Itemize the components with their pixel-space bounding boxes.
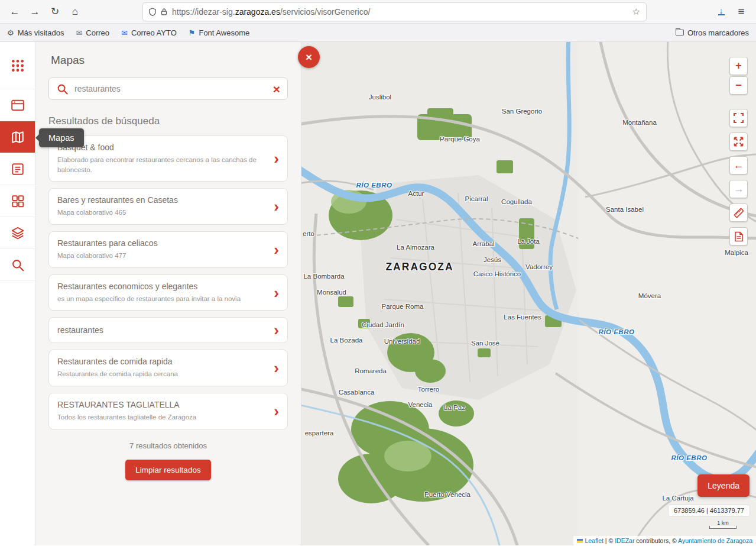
map-label: San José: [471, 340, 499, 347]
zoom-in-button[interactable]: +: [729, 57, 748, 75]
map-label: Torrero: [418, 386, 439, 393]
map-label: San Gregorio: [502, 108, 542, 115]
map-label: La Almozara: [397, 244, 434, 251]
envelope-icon: ✉: [76, 28, 82, 37]
leaflet-link[interactable]: Leaflet: [585, 537, 603, 544]
result-card[interactable]: Basquet & foodElaborado para encontrar r…: [48, 135, 288, 182]
panel-title: Mapas: [51, 54, 288, 67]
chevron-right-icon: ›: [274, 287, 279, 299]
bookmark-font-awesome[interactable]: ⚑Font Awesome: [189, 28, 249, 37]
map-label: La Bombarda: [303, 273, 344, 280]
zoom-out-button[interactable]: −: [729, 76, 748, 95]
menu-button[interactable]: ≡: [732, 3, 750, 21]
arrow-right-icon: →: [734, 183, 744, 195]
bookmark-otros-marcadores[interactable]: Otros marcadores: [676, 28, 749, 37]
result-card[interactable]: Bares y restaurantes en CasetasMapa cola…: [48, 188, 288, 225]
clear-search-icon[interactable]: ×: [273, 83, 280, 95]
squares-grid-icon: [11, 194, 25, 208]
rail-item-buscar[interactable]: [0, 249, 35, 281]
mapas-panel: Mapas × Resultados de búsqueda Basquet &…: [35, 42, 301, 545]
next-extent-button[interactable]: →: [729, 180, 748, 198]
url-bar[interactable]: https://idezar-sig.zaragoza.es/servicios…: [143, 3, 646, 21]
result-desc: Todos los restaurantes tagliatelle de Za…: [57, 412, 269, 422]
back-button[interactable]: ←: [6, 3, 24, 21]
rail-item-visor[interactable]: [0, 89, 35, 121]
map-label: Ciudad Jardín: [362, 321, 404, 328]
reload-button[interactable]: ↻: [46, 3, 64, 21]
export-button[interactable]: [729, 227, 748, 245]
result-title: RESTAURANTES TAGLIATELLA: [57, 400, 269, 409]
apps-grid-icon: [11, 59, 25, 73]
result-card[interactable]: RESTAURANTES TAGLIATELLATodos los restau…: [48, 393, 288, 429]
window-icon: [11, 98, 25, 112]
bookmark-correo[interactable]: ✉Correo: [76, 28, 109, 37]
map-label: RÍO EBRO: [356, 182, 392, 189]
map-attribution: Leaflet | © IDEZar contributors, © Ayunt…: [573, 536, 756, 545]
result-card[interactable]: restaurantes ›: [48, 317, 288, 343]
bookmark-star-icon[interactable]: ☆: [632, 7, 640, 17]
rail-item-capas[interactable]: [0, 217, 35, 249]
map-label: La Paz: [444, 404, 465, 411]
scale-label: 1 km: [717, 520, 729, 526]
ayuntamiento-link[interactable]: Ayuntamiento de Zaragoza: [678, 537, 752, 544]
map-label: Móvera: [638, 292, 661, 299]
map-label: Jesús: [484, 256, 501, 263]
chevron-right-icon: ›: [274, 324, 279, 336]
map-label: Arrabal: [472, 240, 494, 247]
shield-icon[interactable]: [149, 8, 156, 16]
idezar-link[interactable]: IDEZar: [615, 537, 634, 544]
map-label: Juslibol: [369, 93, 391, 101]
fullscreen-icon: [734, 113, 744, 123]
sidebar-rail: [0, 42, 35, 545]
rail-item-listado[interactable]: [0, 153, 35, 185]
rail-item-mapas[interactable]: [0, 121, 35, 153]
home-button[interactable]: ⌂: [66, 3, 84, 21]
results-heading: Resultados de búsqueda: [48, 115, 288, 127]
legend-button[interactable]: Leyenda: [697, 474, 749, 497]
map-label: La Cartuja: [662, 495, 693, 502]
result-card[interactable]: Restaurantes de comida rapidaRestaurante…: [48, 350, 288, 386]
list-doc-icon: [11, 162, 25, 176]
rail-item-categorias[interactable]: [0, 185, 35, 217]
expand-extent-button[interactable]: [729, 133, 748, 151]
result-card[interactable]: Restaurantes para celiacosMapa colaborat…: [48, 231, 288, 268]
map-label: Santa Isabel: [606, 206, 644, 213]
bookmarks-bar: ⚙Más visitados ✉Correo ✉Correo AYTO ⚑Fon…: [0, 24, 756, 42]
envelope-icon: ✉: [121, 28, 128, 37]
chevron-right-icon: ›: [274, 244, 279, 256]
result-card[interactable]: Restaurantes economicos y eleganteses un…: [48, 274, 288, 311]
map-label: Vadorrey: [525, 263, 553, 270]
result-title: Restaurantes economicos y elegantes: [57, 282, 269, 291]
clear-results-button[interactable]: Limpiar resultados: [125, 460, 210, 480]
result-title: restaurantes: [57, 325, 269, 335]
gear-icon: ⚙: [7, 28, 14, 37]
map-icon: [11, 130, 25, 144]
map-label: Parque Goya: [440, 135, 480, 143]
search-box: ×: [48, 77, 288, 100]
ruler-icon: [734, 208, 744, 218]
fullscreen-button[interactable]: [729, 109, 748, 127]
app-container: Mapas × Resultados de búsqueda Basquet &…: [0, 42, 756, 545]
forward-button[interactable]: →: [26, 3, 44, 21]
rail-item-inicio[interactable]: [0, 42, 35, 89]
result-desc: Elaborado para encontrar restaurantes ce…: [57, 155, 269, 175]
downloads-button[interactable]: ↓: [712, 3, 730, 21]
map-label: Venecia: [408, 401, 433, 408]
bookmark-mas-visitados[interactable]: ⚙Más visitados: [7, 28, 64, 37]
map-label: Montañana: [622, 119, 657, 126]
measure-button[interactable]: [729, 203, 748, 222]
results-count: 7 resultados obtenidos: [48, 441, 288, 450]
chevron-right-icon: ›: [274, 201, 279, 212]
result-desc: Mapa colaborativo 465: [57, 208, 269, 218]
folder-icon: [676, 30, 684, 35]
previous-extent-button[interactable]: ←: [729, 156, 748, 175]
map-label: Romareda: [355, 367, 387, 374]
chevron-right-icon: ›: [274, 362, 279, 374]
bookmark-label: Font Awesome: [199, 28, 249, 37]
search-input[interactable]: [74, 84, 267, 93]
scale-bar: 1 km: [709, 520, 736, 529]
bookmark-correo-ayto[interactable]: ✉Correo AYTO: [121, 28, 177, 37]
close-panel-button[interactable]: ×: [298, 46, 320, 68]
map-area[interactable]: JuslibolSan GregorioMontañanaParque Goya…: [301, 42, 756, 545]
map-label: espartera: [305, 429, 334, 437]
